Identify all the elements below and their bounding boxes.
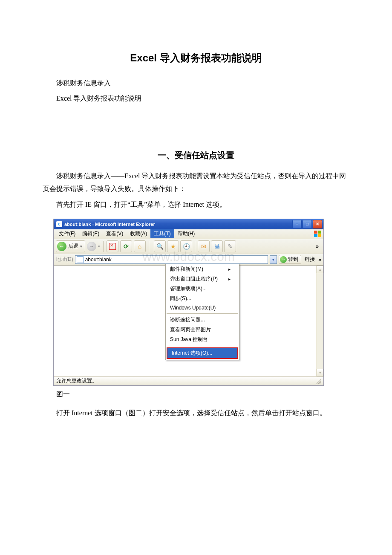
menu-item-label: 管理加载项(A)... — [170, 285, 207, 292]
go-arrow-icon: → — [280, 256, 287, 263]
ie-title-text: about:blank - Microsoft Internet Explore… — [64, 222, 292, 227]
address-field[interactable]: about:blank — [75, 255, 268, 264]
home-button[interactable]: ⌂ — [134, 240, 146, 252]
menu-item-label: 邮件和新闻(M) — [170, 266, 203, 273]
go-button[interactable]: → 转到 — [279, 255, 301, 264]
menu-edit[interactable]: 编辑(E) — [79, 229, 103, 238]
vertical-scrollbar[interactable]: ▴ ▾ — [316, 266, 323, 376]
menu-separator — [167, 346, 238, 346]
ie-menubar: 文件(F) 编辑(E) 查看(V) 收藏(A) 工具(T) 帮助(H) — [54, 229, 323, 239]
section-1-heading: 一、受信任站点设置 — [43, 150, 349, 161]
submenu-arrow-icon: ▸ — [228, 277, 231, 281]
home-icon: ⌂ — [138, 243, 141, 250]
search-icon: 🔍 — [156, 243, 164, 250]
maximize-button[interactable]: □ — [303, 220, 312, 228]
submenu-arrow-icon: ▸ — [228, 267, 231, 272]
menu-item-label: Windows Update(U) — [170, 305, 216, 311]
toolbar-separator — [195, 241, 195, 252]
section-1-paragraph-1: 涉税财务信息录入——Excel 导入财务报表功能需设置本站为受信任站点，否则在导… — [43, 170, 349, 196]
close-button[interactable]: ✕ — [313, 220, 322, 228]
toolbar-separator — [149, 241, 149, 252]
ie-titlebar: e about:blank - Microsoft Internet Explo… — [54, 219, 323, 229]
links-overflow[interactable]: » — [318, 257, 321, 263]
windows-logo-icon — [314, 231, 322, 237]
menu-item-label: 查看网页全部图片 — [170, 326, 211, 333]
menu-item-diagnose[interactable]: 诊断连接问题... — [166, 315, 239, 325]
print-icon: 🖶 — [214, 243, 220, 250]
address-label: 地址(D) — [56, 256, 73, 263]
toolbar-separator — [103, 241, 104, 252]
edit-button[interactable]: ✎ — [224, 240, 236, 252]
menu-file[interactable]: 文件(F) — [55, 229, 79, 238]
menu-favorites[interactable]: 收藏(A) — [127, 229, 150, 238]
edit-icon: ✎ — [228, 243, 233, 250]
menu-tools[interactable]: 工具(T) — [150, 229, 174, 238]
forward-button[interactable]: → — [87, 242, 96, 251]
menu-item-mail-news[interactable]: 邮件和新闻(M)▸ — [166, 264, 239, 274]
resize-grip-icon[interactable] — [315, 378, 321, 384]
menu-item-internet-options[interactable]: Internet 选项(O)... — [167, 347, 238, 359]
figure-1-caption: 图一 — [43, 390, 349, 399]
menu-item-windows-update[interactable]: Windows Update(U) — [166, 304, 239, 312]
back-arrow-icon: ← — [57, 242, 66, 251]
section-1-paragraph-3: 打开 Internet 选项窗口（图二）打开安全选项，选择受信任站点，然后单击打… — [43, 407, 349, 419]
chevron-down-icon: ▾ — [272, 257, 274, 262]
star-icon: ★ — [170, 243, 176, 250]
ie-toolbar: www.bdocx.com ← 后退 ▾ → ▾ ⟳ ⌂ 🔍 ★ 🕘 ✉ 🖶 ✎ — [54, 239, 323, 254]
scroll-down-button[interactable]: ▾ — [317, 369, 323, 376]
intro-line-2: Excel 导入财务报表功能说明 — [43, 92, 349, 105]
search-button[interactable]: 🔍 — [154, 240, 166, 252]
go-label: 转到 — [288, 256, 298, 263]
history-icon: 🕘 — [183, 243, 190, 250]
intro-line-1: 涉税财务信息录入 — [43, 77, 349, 90]
print-button[interactable]: 🖶 — [211, 240, 223, 252]
back-button[interactable]: ← 后退 ▾ — [56, 240, 85, 252]
address-value: about:blank — [85, 257, 112, 263]
favorites-button[interactable]: ★ — [167, 240, 179, 252]
stop-button[interactable] — [107, 240, 118, 252]
refresh-icon: ⟳ — [124, 243, 129, 250]
menu-item-popup-blocker[interactable]: 弹出窗口阻止程序(P)▸ — [166, 274, 239, 284]
ie-statusbar: 允许您更改设置。 — [54, 376, 323, 385]
document-page: Excel 导入财务报表功能说明 涉税财务信息录入 Excel 导入财务报表功能… — [0, 0, 392, 448]
menu-item-label: Sun Java 控制台 — [170, 336, 208, 343]
page-title: Excel 导入财务报表功能说明 — [43, 51, 349, 65]
address-dropdown-button[interactable]: ▾ — [270, 255, 277, 264]
ie-icon: e — [56, 221, 62, 227]
stop-icon — [109, 243, 116, 250]
menu-item-view-all-images[interactable]: 查看网页全部图片 — [166, 325, 239, 335]
menu-item-label: 诊断连接问题... — [170, 316, 205, 324]
menu-item-manage-addons[interactable]: 管理加载项(A)... — [166, 284, 239, 294]
section-1-paragraph-2: 首先打开 IE 窗口，打开“工具”菜单，选择 Internet 选项。 — [43, 198, 349, 211]
spacer — [43, 108, 349, 146]
mail-button[interactable]: ✉ — [198, 240, 210, 252]
page-icon — [77, 256, 84, 263]
menu-item-label: 弹出窗口阻止程序(P) — [170, 275, 218, 283]
tools-dropdown-menu: 邮件和新闻(M)▸ 弹出窗口阻止程序(P)▸ 管理加载项(A)... 同步(S)… — [165, 264, 239, 360]
ie-window: e about:blank - Microsoft Internet Explo… — [53, 219, 324, 386]
links-label[interactable]: 链接 — [303, 256, 317, 263]
toolbar-overflow[interactable]: » — [313, 243, 321, 250]
ie-content-area: 邮件和新闻(M)▸ 弹出窗口阻止程序(P)▸ 管理加载项(A)... 同步(S)… — [54, 266, 323, 376]
refresh-button[interactable]: ⟳ — [120, 240, 132, 252]
history-button[interactable]: 🕘 — [180, 240, 192, 252]
menu-help[interactable]: 帮助(H) — [174, 229, 199, 238]
menu-item-sync[interactable]: 同步(S)... — [166, 294, 239, 304]
back-dropdown-icon: ▾ — [80, 244, 82, 249]
menu-item-sun-java[interactable]: Sun Java 控制台 — [166, 335, 239, 344]
minimize-button[interactable]: – — [292, 220, 302, 228]
menu-separator — [167, 313, 238, 314]
back-label: 后退 — [68, 243, 78, 250]
mail-icon: ✉ — [201, 243, 206, 250]
status-text: 允许您更改设置。 — [56, 377, 97, 384]
scroll-up-button[interactable]: ▴ — [317, 266, 323, 273]
forward-dropdown-icon: ▾ — [98, 244, 100, 249]
menu-view[interactable]: 查看(V) — [103, 229, 127, 238]
menu-item-label: 同步(S)... — [170, 295, 191, 302]
